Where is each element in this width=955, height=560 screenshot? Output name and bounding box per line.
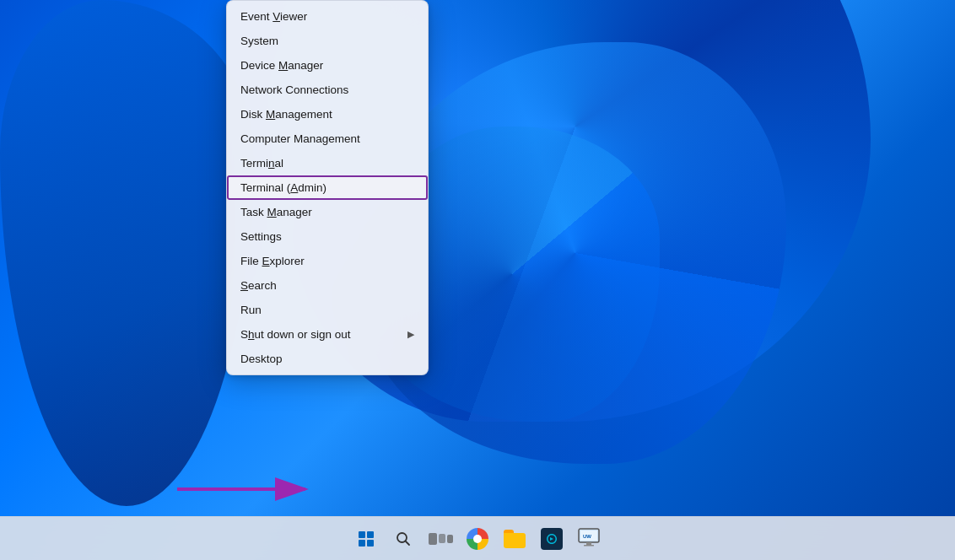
folder-icon (504, 530, 526, 548)
menu-item-label: Computer Management (240, 132, 360, 145)
taskbar-monitor-button[interactable]: UW (572, 522, 606, 556)
menu-item-computer-management[interactable]: Computer Management (227, 127, 428, 151)
menu-item-desktop[interactable]: Desktop (227, 347, 428, 371)
menu-item-task-manager[interactable]: Task Manager (227, 200, 428, 224)
menu-item-label: Settings (240, 230, 282, 243)
menu-item-label: Disk Management (240, 108, 332, 121)
menu-item-search[interactable]: Search (227, 273, 428, 298)
menu-item-system[interactable]: System (227, 29, 428, 53)
menu-item-shut-down[interactable]: Shut down or sign out ▶ (227, 322, 428, 347)
menu-item-label: Network Connections (240, 83, 348, 96)
search-icon (395, 530, 412, 547)
bg-decoration-left (0, 0, 253, 506)
menu-item-label: Device Manager (240, 59, 323, 72)
menu-item-network-connections[interactable]: Network Connections (227, 78, 428, 102)
menu-item-terminal[interactable]: Terminal (227, 151, 428, 175)
windows-logo-icon (359, 531, 374, 547)
menu-item-label: File Explorer (240, 255, 305, 267)
desktop: Event Viewer System Device Manager Netwo… (0, 0, 955, 560)
monitor-icon: UW (577, 527, 601, 551)
taskbar: UW (0, 516, 955, 560)
menu-item-label: Run (240, 304, 262, 316)
menu-item-label: Terminal (Admin) (240, 181, 326, 194)
menu-item-event-viewer[interactable]: Event Viewer (227, 4, 428, 29)
taskbar-deepl-button[interactable] (535, 522, 569, 556)
svg-text:UW: UW (583, 534, 591, 539)
taskbar-chrome-button[interactable] (461, 522, 494, 556)
menu-item-label: Terminal (240, 157, 283, 170)
taskbar-search-button[interactable] (386, 522, 420, 556)
taskbar-taskview-button[interactable] (424, 522, 457, 556)
svg-line-3 (406, 541, 410, 545)
annotation-arrow (169, 468, 321, 514)
submenu-arrow-icon: ▶ (407, 329, 414, 340)
menu-item-terminal-admin[interactable]: Terminal (Admin) (227, 175, 428, 200)
menu-item-label: Desktop (240, 353, 283, 365)
menu-item-label: Event Viewer (240, 10, 307, 23)
menu-item-settings[interactable]: Settings (227, 224, 428, 249)
menu-item-disk-management[interactable]: Disk Management (227, 102, 428, 127)
svg-rect-6 (586, 542, 591, 545)
menu-item-run[interactable]: Run (227, 298, 428, 322)
menu-item-label: System (240, 35, 278, 47)
menu-item-label: Search (240, 279, 277, 292)
menu-item-label: Task Manager (240, 206, 312, 218)
taskbar-center: UW (349, 522, 606, 556)
deepl-icon (541, 528, 563, 550)
menu-item-file-explorer[interactable]: File Explorer (227, 249, 428, 273)
taskbar-file-explorer-button[interactable] (498, 522, 531, 556)
context-menu: Event Viewer System Device Manager Netwo… (226, 0, 429, 375)
taskbar-start-button[interactable] (349, 522, 383, 556)
chrome-icon (467, 528, 488, 550)
menu-item-label: Shut down or sign out (240, 328, 351, 341)
svg-rect-7 (584, 545, 594, 547)
taskview-icon (429, 533, 453, 545)
menu-item-device-manager[interactable]: Device Manager (227, 53, 428, 78)
